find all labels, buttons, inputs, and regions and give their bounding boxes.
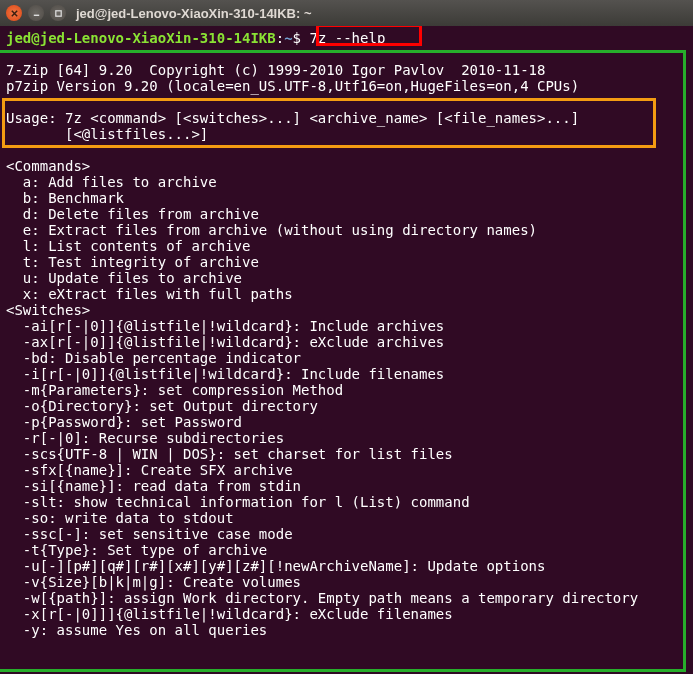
out-sw-v: -v{Size}[b|k|m|g]: Create volumes <box>6 574 301 590</box>
out-header1: 7-Zip [64] 9.20 Copyright (c) 1999-2010 … <box>6 62 545 78</box>
out-sw-ax: -ax[r[-|0]]{@listfile|!wildcard}: eXclud… <box>6 334 444 350</box>
out-sw-x: -x[r[-|0]]]{@listfile|!wildcard}: eXclud… <box>6 606 453 622</box>
out-sw-o: -o{Directory}: set Output directory <box>6 398 318 414</box>
out-commands-hdr: <Commands> <box>6 158 90 174</box>
maximize-icon[interactable] <box>50 5 66 21</box>
out-cmd-b: b: Benchmark <box>6 190 124 206</box>
out-cmd-e: e: Extract files from archive (without u… <box>6 222 537 238</box>
out-cmd-d: d: Delete files from archive <box>6 206 259 222</box>
out-cmd-a: a: Add files to archive <box>6 174 217 190</box>
window-title: jed@jed-Lenovo-XiaoXin-310-14IKB: ~ <box>76 6 312 21</box>
terminal-body[interactable]: jed@jed-Lenovo-XiaoXin-310-14IKB:~$ 7z -… <box>0 26 693 674</box>
prompt-path: ~ <box>284 30 292 46</box>
prompt-userhost: jed@jed-Lenovo-XiaoXin-310-14IKB <box>6 30 276 46</box>
out-sw-y: -y: assume Yes on all queries <box>6 622 267 638</box>
out-header2: p7zip Version 9.20 (locale=en_US.UTF-8,U… <box>6 78 579 94</box>
out-sw-u: -u[-][p#][q#][r#][x#][y#][z#][!newArchiv… <box>6 558 545 574</box>
svg-rect-0 <box>55 10 60 15</box>
out-sw-r: -r[-|0]: Recurse subdirectories <box>6 430 284 446</box>
out-sw-scs: -scs{UTF-8 | WIN | DOS}: set charset for… <box>6 446 453 462</box>
out-usage2: [<@listfiles...>] <box>6 126 208 142</box>
minimize-icon[interactable] <box>28 5 44 21</box>
out-cmd-x: x: eXtract files with full paths <box>6 286 293 302</box>
out-sw-p: -p{Password}: set Password <box>6 414 242 430</box>
close-icon[interactable] <box>6 5 22 21</box>
out-sw-slt: -slt: show technical information for l (… <box>6 494 470 510</box>
out-usage1: Usage: 7z <command> [<switches>...] <arc… <box>6 110 579 126</box>
out-sw-m: -m{Parameters}: set compression Method <box>6 382 343 398</box>
out-switches-hdr: <Switches> <box>6 302 90 318</box>
out-cmd-u: u: Update files to archive <box>6 270 242 286</box>
titlebar: jed@jed-Lenovo-XiaoXin-310-14IKB: ~ <box>0 0 693 26</box>
out-sw-ssc: -ssc[-]: set sensitive case mode <box>6 526 293 542</box>
out-sw-t: -t{Type}: Set type of archive <box>6 542 267 558</box>
out-sw-ai: -ai[r[-|0]]{@listfile|!wildcard}: Includ… <box>6 318 444 334</box>
out-cmd-t: t: Test integrity of archive <box>6 254 259 270</box>
out-sw-sfx: -sfx[{name}]: Create SFX archive <box>6 462 293 478</box>
out-sw-bd: -bd: Disable percentage indicator <box>6 350 301 366</box>
prompt-colon: : <box>276 30 284 46</box>
command-input: 7z --help <box>309 30 385 46</box>
terminal-window: jed@jed-Lenovo-XiaoXin-310-14IKB: ~ jed@… <box>0 0 693 674</box>
out-cmd-l: l: List contents of archive <box>6 238 250 254</box>
prompt-sigil: $ <box>293 30 301 46</box>
out-sw-si: -si[{name}]: read data from stdin <box>6 478 301 494</box>
out-sw-so: -so: write data to stdout <box>6 510 234 526</box>
out-sw-i: -i[r[-|0]]{@listfile|!wildcard}: Include… <box>6 366 444 382</box>
out-sw-w: -w[{path}]: assign Work directory. Empty… <box>6 590 638 606</box>
